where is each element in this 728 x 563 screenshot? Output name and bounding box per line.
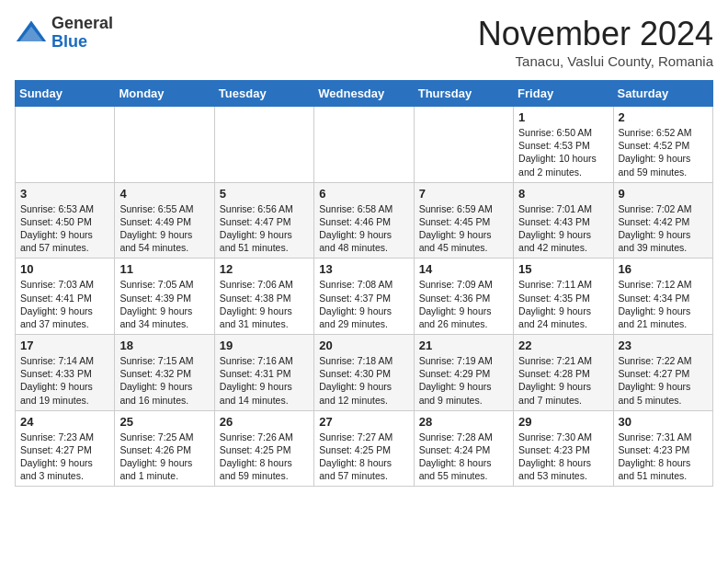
day-number: 8 — [518, 187, 608, 201]
calendar-cell: 28Sunrise: 7:28 AMSunset: 4:24 PMDayligh… — [414, 410, 513, 487]
day-info: Sunrise: 6:59 AM — [419, 202, 508, 215]
calendar-cell: 17Sunrise: 7:14 AMSunset: 4:33 PMDayligh… — [16, 335, 115, 411]
day-info: Sunrise: 7:23 AM — [20, 431, 109, 443]
day-number: 25 — [119, 415, 209, 429]
calendar-cell: 8Sunrise: 7:01 AMSunset: 4:43 PMDaylight… — [514, 182, 613, 259]
day-info: Sunset: 4:46 PM — [319, 215, 408, 228]
day-number: 23 — [619, 339, 708, 352]
calendar-body: 1Sunrise: 6:50 AMSunset: 4:53 PMDaylight… — [16, 107, 713, 487]
day-number: 22 — [518, 339, 608, 352]
day-header: Friday — [514, 81, 613, 107]
day-number: 6 — [319, 187, 408, 201]
day-info: Daylight: 9 hours and 1 minute. — [119, 456, 209, 482]
month-title: November 2024 — [478, 15, 713, 53]
day-number: 2 — [619, 110, 708, 124]
calendar-week-row: 3Sunrise: 6:53 AMSunset: 4:50 PMDaylight… — [16, 182, 713, 259]
calendar-week-row: 17Sunrise: 7:14 AMSunset: 4:33 PMDayligh… — [16, 335, 713, 411]
day-info: Sunrise: 7:06 AM — [220, 278, 309, 291]
day-info: Sunrise: 6:58 AM — [319, 202, 408, 215]
day-number: 11 — [119, 262, 209, 276]
day-info: Sunrise: 6:53 AM — [20, 202, 109, 215]
day-info: Sunrise: 7:16 AM — [220, 354, 309, 367]
day-info: Daylight: 9 hours and 19 minutes. — [20, 380, 109, 406]
day-number: 19 — [220, 339, 309, 352]
day-number: 28 — [419, 415, 508, 429]
day-number: 17 — [20, 339, 109, 352]
calendar-cell: 3Sunrise: 6:53 AMSunset: 4:50 PMDaylight… — [16, 182, 115, 259]
calendar-cell: 15Sunrise: 7:11 AMSunset: 4:35 PMDayligh… — [514, 259, 613, 335]
day-number: 18 — [119, 339, 209, 352]
day-info: Sunset: 4:34 PM — [619, 292, 708, 304]
day-info: Sunset: 4:35 PM — [518, 292, 608, 304]
day-info: Daylight: 9 hours and 54 minutes. — [119, 228, 209, 254]
day-info: Daylight: 9 hours and 16 minutes. — [119, 380, 209, 406]
day-info: Daylight: 8 hours and 59 minutes. — [220, 456, 309, 482]
day-info: Sunset: 4:29 PM — [419, 367, 508, 380]
day-number: 13 — [319, 262, 408, 276]
calendar-cell: 23Sunrise: 7:22 AMSunset: 4:27 PMDayligh… — [613, 335, 712, 411]
calendar-cell: 9Sunrise: 7:02 AMSunset: 4:42 PMDaylight… — [613, 182, 712, 259]
day-info: Daylight: 9 hours and 31 minutes. — [220, 304, 309, 330]
day-info: Sunrise: 7:26 AM — [220, 431, 309, 443]
day-info: Sunset: 4:24 PM — [419, 443, 508, 456]
day-header: Sunday — [16, 81, 115, 107]
day-info: Sunset: 4:47 PM — [220, 215, 309, 228]
day-info: Sunset: 4:27 PM — [619, 367, 708, 380]
day-info: Sunrise: 7:28 AM — [419, 431, 508, 443]
day-info: Sunset: 4:43 PM — [518, 215, 608, 228]
calendar-cell: 26Sunrise: 7:26 AMSunset: 4:25 PMDayligh… — [214, 410, 313, 487]
day-info: Daylight: 9 hours and 3 minutes. — [20, 456, 109, 482]
day-header: Monday — [115, 81, 214, 107]
day-info: Daylight: 10 hours and 2 minutes. — [518, 152, 608, 178]
day-info: Sunrise: 7:01 AM — [518, 202, 608, 215]
day-info: Daylight: 9 hours and 51 minutes. — [220, 228, 309, 254]
calendar-cell: 13Sunrise: 7:08 AMSunset: 4:37 PMDayligh… — [314, 259, 414, 335]
day-info: Sunrise: 7:08 AM — [319, 278, 408, 291]
day-info: Sunrise: 7:19 AM — [419, 354, 508, 367]
day-info: Sunrise: 7:05 AM — [119, 278, 209, 291]
day-number: 4 — [119, 187, 209, 201]
logo-icon — [15, 17, 48, 50]
day-info: Daylight: 9 hours and 5 minutes. — [619, 380, 708, 406]
day-info: Daylight: 9 hours and 45 minutes. — [419, 228, 508, 254]
day-info: Daylight: 9 hours and 24 minutes. — [518, 304, 608, 330]
day-info: Sunrise: 6:56 AM — [220, 202, 309, 215]
calendar-cell — [314, 107, 414, 183]
day-info: Daylight: 9 hours and 26 minutes. — [419, 304, 508, 330]
day-info: Daylight: 9 hours and 39 minutes. — [619, 228, 708, 254]
day-info: Daylight: 9 hours and 37 minutes. — [20, 304, 109, 330]
calendar-cell: 19Sunrise: 7:16 AMSunset: 4:31 PMDayligh… — [214, 335, 313, 411]
day-info: Sunset: 4:30 PM — [319, 367, 408, 380]
day-info: Daylight: 9 hours and 21 minutes. — [619, 304, 708, 330]
day-info: Sunset: 4:42 PM — [619, 215, 708, 228]
day-number: 10 — [20, 262, 109, 276]
day-info: Daylight: 9 hours and 57 minutes. — [20, 228, 109, 254]
day-info: Daylight: 8 hours and 53 minutes. — [518, 456, 608, 482]
calendar-cell: 5Sunrise: 6:56 AMSunset: 4:47 PMDaylight… — [214, 182, 313, 259]
calendar-cell — [115, 107, 214, 183]
day-info: Daylight: 9 hours and 7 minutes. — [518, 380, 608, 406]
day-info: Sunset: 4:41 PM — [20, 292, 109, 304]
day-info: Daylight: 8 hours and 55 minutes. — [419, 456, 508, 482]
calendar-cell: 4Sunrise: 6:55 AMSunset: 4:49 PMDaylight… — [115, 182, 214, 259]
day-number: 27 — [319, 415, 408, 429]
day-number: 12 — [220, 262, 309, 276]
day-info: Sunrise: 7:14 AM — [20, 354, 109, 367]
day-info: Sunset: 4:39 PM — [119, 292, 209, 304]
day-number: 24 — [20, 415, 109, 429]
calendar-cell — [16, 107, 115, 183]
day-info: Sunset: 4:37 PM — [319, 292, 408, 304]
day-number: 26 — [220, 415, 309, 429]
day-info: Sunrise: 7:30 AM — [518, 431, 608, 443]
day-info: Sunset: 4:26 PM — [119, 443, 209, 456]
calendar-cell: 29Sunrise: 7:30 AMSunset: 4:23 PMDayligh… — [514, 410, 613, 487]
calendar-header-row: SundayMondayTuesdayWednesdayThursdayFrid… — [16, 81, 713, 107]
calendar-cell: 12Sunrise: 7:06 AMSunset: 4:38 PMDayligh… — [214, 259, 313, 335]
title-block: November 2024 Tanacu, Vaslui County, Rom… — [478, 15, 713, 69]
day-number: 20 — [319, 339, 408, 352]
day-info: Sunrise: 7:27 AM — [319, 431, 408, 443]
day-number: 30 — [619, 415, 708, 429]
calendar-cell: 21Sunrise: 7:19 AMSunset: 4:29 PMDayligh… — [414, 335, 513, 411]
location: Tanacu, Vaslui County, Romania — [478, 53, 713, 69]
day-info: Sunrise: 7:25 AM — [119, 431, 209, 443]
